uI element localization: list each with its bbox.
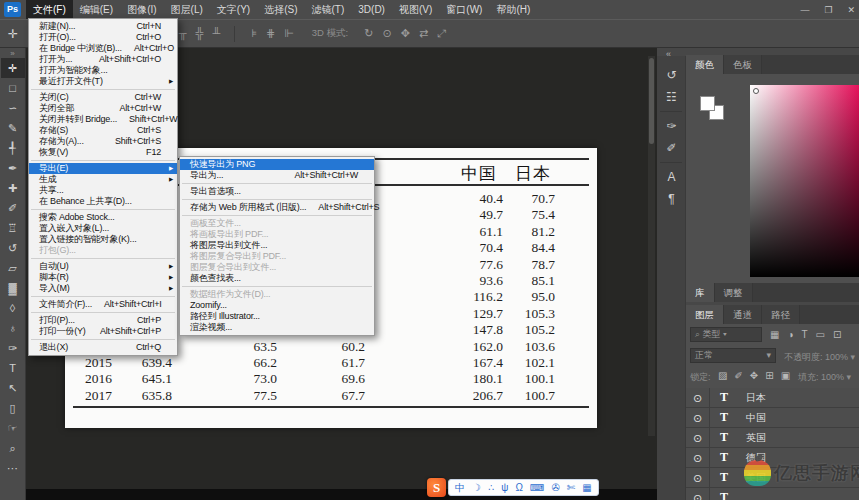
file-menu-item[interactable]: 置入嵌入对象(L)...	[29, 223, 177, 234]
history-brush-tool[interactable]: ↺	[1, 238, 25, 258]
canvas-scrollbar[interactable]	[648, 56, 655, 436]
layer-row[interactable]: ⊙ T 中国	[686, 408, 859, 428]
scrollbar-thumb[interactable]	[649, 58, 654, 144]
file-menu-item[interactable]: 关闭全部 Alt+Ctrl+W	[29, 103, 177, 114]
ime-skin-icon[interactable]: ✇	[551, 480, 559, 495]
export-submenu-item[interactable]: 将图层导出到文件...	[180, 240, 374, 251]
menu-select[interactable]: 选择(S)	[257, 0, 304, 19]
file-menu-item[interactable]: 打印一份(Y) Alt+Shift+Ctrl+P	[29, 326, 177, 337]
filter-smart-objects-icon[interactable]: ⊡	[833, 329, 841, 340]
text-layer-thumbnail[interactable]: T	[710, 430, 738, 445]
fill-control[interactable]: 填充: 100% ▾	[798, 371, 851, 384]
text-layer-thumbnail[interactable]: T	[710, 390, 738, 405]
layer-row[interactable]: ⊙ T 日本	[686, 388, 859, 408]
menu-3d[interactable]: 3D(D)	[351, 0, 392, 19]
export-submenu-item[interactable]: 数据组作为文件(D)...	[180, 289, 374, 300]
shape-tool[interactable]: ▯	[1, 398, 25, 418]
brush-settings-panel-icon[interactable]: ✑	[657, 115, 686, 137]
marquee-tool[interactable]: □	[1, 78, 25, 98]
layer-row[interactable]: ⊙ T 英国	[686, 428, 859, 448]
file-menu-item[interactable]: 在 Bridge 中浏览(B)... Alt+Ctrl+O	[29, 43, 177, 54]
export-submenu-item[interactable]: 将画板导出到 PDF...	[180, 229, 374, 240]
file-menu-item[interactable]: 打包(G)...	[29, 245, 177, 256]
filter-pixel-layers-icon[interactable]: ▦	[770, 329, 779, 340]
menu-image[interactable]: 图像(I)	[120, 0, 163, 19]
lock-all-icon[interactable]: ▣	[781, 370, 790, 381]
lock-artboard-icon[interactable]: ⊞	[765, 370, 773, 381]
pen-tool[interactable]: ✑	[1, 338, 25, 358]
file-menu-item[interactable]: 生成	[29, 174, 177, 185]
layer-name[interactable]: 中国	[746, 411, 766, 425]
tab-paths[interactable]: 路径	[762, 305, 800, 324]
layer-visibility-eye-icon[interactable]: ⊙	[686, 428, 710, 448]
distribute-middle-icon[interactable]: ╬	[196, 28, 204, 39]
tab-color[interactable]: 颜色	[686, 55, 724, 74]
menu-view[interactable]: 视图(V)	[392, 0, 439, 19]
export-submenu-item[interactable]: 存储为 Web 所用格式 (旧版)... Alt+Shift+Ctrl+S	[180, 202, 374, 213]
tab-layers[interactable]: 图层	[686, 305, 724, 324]
quick-selection-tool[interactable]: ✎	[1, 118, 25, 138]
file-menu-item[interactable]: 搜索 Adobe Stock...	[29, 212, 177, 223]
export-submenu-item[interactable]: 画板至文件...	[180, 218, 374, 229]
menu-edit[interactable]: 编辑(E)	[73, 0, 120, 19]
ime-toolbox-icon[interactable]: ✄	[567, 480, 575, 495]
tab-adjustments[interactable]: 调整	[715, 283, 753, 302]
tab-channels[interactable]: 通道	[724, 305, 762, 324]
text-layer-thumbnail[interactable]: T	[710, 410, 738, 425]
tab-swatches[interactable]: 色板	[724, 55, 762, 74]
filter-adjustment-layers-icon[interactable]: ◑	[787, 329, 793, 340]
3d-slide-icon[interactable]: ⇄	[419, 28, 428, 39]
tab-libraries[interactable]: 库	[686, 283, 715, 302]
color-field[interactable]	[750, 85, 859, 277]
lock-transparent-icon[interactable]: ▨	[718, 370, 727, 381]
eraser-tool[interactable]: ▱	[1, 258, 25, 278]
path-selection-tool[interactable]: ↖	[1, 378, 25, 398]
character-panel-icon[interactable]: A	[657, 166, 686, 188]
3d-orbit-icon[interactable]: ↻	[364, 28, 373, 39]
ime-keyboard-icon[interactable]: ⌨	[530, 480, 544, 495]
toolbar-collapse-icon[interactable]: »	[10, 49, 14, 58]
paragraph-panel-icon[interactable]: ¶	[657, 188, 686, 210]
layer-visibility-eye-icon[interactable]: ⊙	[686, 488, 710, 500]
eyedropper-tool[interactable]: ✒	[1, 158, 25, 178]
file-menu-item[interactable]: 共享...	[29, 185, 177, 196]
dodge-tool[interactable]: ♁	[1, 318, 25, 338]
ime-voice-icon[interactable]: ψ	[501, 480, 508, 495]
filter-shape-layers-icon[interactable]: ▭	[816, 329, 825, 340]
gradient-tool[interactable]: ▓	[1, 278, 25, 298]
menu-layer[interactable]: 图层(L)	[164, 0, 210, 19]
menu-type[interactable]: 文字(Y)	[210, 0, 257, 19]
edit-toolbar[interactable]: ⋯	[1, 458, 25, 478]
layer-visibility-eye-icon[interactable]: ⊙	[686, 468, 710, 488]
lock-pixels-icon[interactable]: ✐	[734, 370, 742, 381]
3d-pan-icon[interactable]: ✥	[401, 28, 410, 39]
file-menu-item[interactable]: 退出(X) Ctrl+Q	[29, 342, 177, 353]
file-menu-item[interactable]: 导出(E)	[29, 163, 177, 174]
layer-visibility-eye-icon[interactable]: ⊙	[686, 408, 710, 428]
menu-help[interactable]: 帮助(H)	[489, 0, 537, 19]
file-menu-item[interactable]: 关闭并转到 Bridge... Shift+Ctrl+W	[29, 114, 177, 125]
layer-name[interactable]: 英国	[746, 431, 766, 445]
type-tool[interactable]: T	[1, 358, 25, 378]
export-submenu-item[interactable]: 快速导出为 PNG	[180, 159, 374, 170]
export-submenu-item[interactable]: 导出为... Alt+Shift+Ctrl+W	[180, 170, 374, 181]
file-menu-item[interactable]: 存储(S) Ctrl+S	[29, 125, 177, 136]
foreground-color-swatch[interactable]	[700, 96, 715, 111]
file-menu-item[interactable]: 存储为(A)... Shift+Ctrl+S	[29, 136, 177, 147]
crop-tool[interactable]: ╃	[1, 138, 25, 158]
3d-roll-icon[interactable]: ⊙	[382, 28, 391, 39]
file-menu-item[interactable]: 恢复(V) F12	[29, 147, 177, 158]
export-submenu-item[interactable]: 颜色查找表...	[180, 273, 374, 284]
file-menu-item[interactable]: 打开(O)... Ctrl+O	[29, 32, 177, 43]
menu-window[interactable]: 窗口(W)	[439, 0, 489, 19]
menu-filter[interactable]: 滤镜(T)	[305, 0, 352, 19]
text-layer-thumbnail[interactable]: T	[710, 450, 738, 465]
file-menu-item[interactable]: 文件简介(F)... Alt+Shift+Ctrl+I	[29, 299, 177, 310]
export-submenu-item[interactable]: 图层复合导出到文件...	[180, 262, 374, 273]
file-menu-item[interactable]: 导入(M)	[29, 283, 177, 294]
layer-visibility-eye-icon[interactable]: ⊙	[686, 448, 710, 468]
ime-symbols-icon[interactable]: Ω	[515, 480, 522, 495]
layer-visibility-eye-icon[interactable]: ⊙	[686, 388, 710, 408]
file-menu-item[interactable]: 在 Behance 上共享(D)...	[29, 196, 177, 207]
file-menu-item[interactable]: 打开为智能对象...	[29, 65, 177, 76]
